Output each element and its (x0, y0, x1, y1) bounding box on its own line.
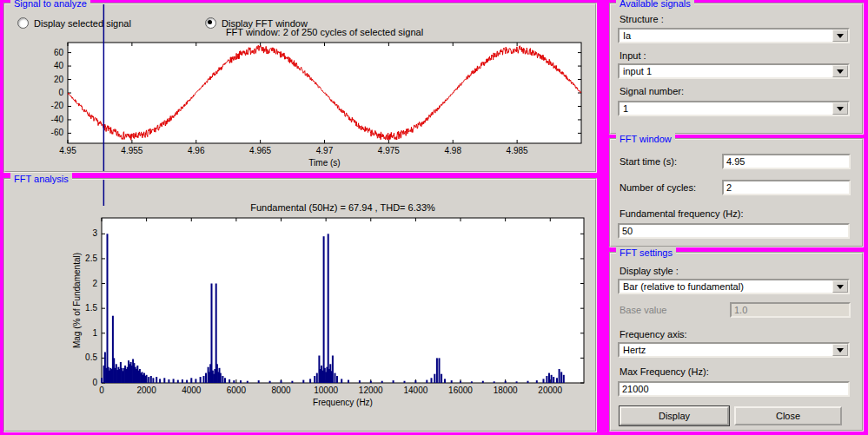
input-label: Input : (620, 50, 646, 61)
svg-text:4.96: 4.96 (188, 146, 205, 155)
radio-display-selected-signal-label: Display selected signal (34, 18, 131, 29)
structure-label: Structure : (620, 14, 664, 24)
signal-to-analyze-panel: Signal to analyze 4.954.9554.964.9654.97… (3, 3, 597, 173)
fft-chart: 0200040006000800010000120001400016000180… (5, 180, 595, 431)
radio-display-fft-window-label: Display FFT window (222, 18, 308, 29)
signal-chart: 4.954.9554.964.9654.974.9754.984.985-60-… (5, 4, 595, 171)
signal-number-select[interactable]: 1 (618, 101, 850, 116)
fft-window-title: FFT window (616, 133, 675, 145)
input-select-value: input 1 (620, 65, 832, 77)
radio-display-selected-signal[interactable]: Display selected signal (17, 17, 131, 29)
chevron-down-icon[interactable] (832, 344, 848, 356)
down-triangle-icon (837, 348, 844, 356)
svg-text:Frequency (Hz): Frequency (Hz) (313, 398, 373, 407)
svg-text:1.5: 1.5 (85, 303, 97, 313)
fft-settings-title: FFT settings (616, 247, 676, 259)
display-style-label: Display style : (620, 266, 679, 276)
svg-text:-40: -40 (51, 115, 64, 124)
fft-settings-panel: FFT settings Display style : Bar (relati… (609, 252, 864, 432)
svg-text:4.97: 4.97 (316, 146, 334, 155)
svg-text:Fundamental (50Hz) = 67.94 , T: Fundamental (50Hz) = 67.94 , THD= 6.33% (250, 202, 435, 213)
svg-text:14000: 14000 (403, 386, 427, 395)
base-value-label: Base value (620, 305, 666, 315)
svg-text:4.955: 4.955 (121, 146, 142, 155)
structure-select-value: Ia (620, 30, 832, 42)
svg-text:18000: 18000 (494, 386, 518, 395)
number-of-cycles-label: Number of cycles: (620, 182, 696, 193)
svg-text:16000: 16000 (448, 386, 473, 395)
svg-text:8000: 8000 (271, 386, 291, 395)
svg-text:20000: 20000 (538, 386, 562, 395)
svg-text:4.95: 4.95 (59, 146, 76, 155)
svg-text:0: 0 (99, 386, 104, 395)
frequency-axis-label: Frequency axis: (620, 329, 687, 339)
svg-text:3: 3 (92, 228, 97, 238)
fundamental-frequency-label: Fundamental frequency (Hz): (620, 208, 743, 219)
max-frequency-input[interactable] (618, 381, 850, 397)
down-triangle-icon (837, 107, 844, 115)
down-triangle-icon (837, 285, 844, 293)
fft-panel-title: FFT analysis (10, 173, 72, 185)
close-button[interactable]: Close (734, 406, 842, 425)
fft-window-panel: FFT window Start time (s): Number of cyc… (609, 138, 864, 247)
svg-text:4.985: 4.985 (507, 146, 528, 155)
chevron-down-icon[interactable] (832, 280, 848, 293)
display-button[interactable]: Display (620, 406, 729, 425)
svg-text:-60: -60 (51, 128, 64, 137)
svg-text:4000: 4000 (182, 386, 202, 395)
svg-text:10000: 10000 (314, 386, 338, 395)
frequency-axis-select-value: Hertz (620, 344, 832, 356)
chevron-down-icon[interactable] (832, 65, 848, 77)
chevron-down-icon[interactable] (832, 102, 848, 115)
svg-text:2.5: 2.5 (85, 254, 97, 263)
svg-text:40: 40 (54, 61, 64, 70)
svg-text:0.5: 0.5 (85, 353, 97, 362)
svg-text:12000: 12000 (359, 386, 383, 395)
svg-text:2000: 2000 (137, 386, 157, 395)
display-style-select-value: Bar (relative to fundamental) (620, 280, 832, 293)
svg-text:4.98: 4.98 (445, 146, 462, 155)
svg-text:2: 2 (92, 279, 97, 288)
down-triangle-icon (837, 34, 844, 42)
structure-select[interactable]: Ia (618, 28, 850, 43)
svg-text:-20: -20 (51, 101, 64, 110)
base-value-input (730, 302, 851, 318)
start-time-label: Start time (s): (620, 156, 677, 167)
svg-text:0: 0 (92, 378, 97, 387)
signal-number-label: Signal number: (620, 86, 684, 96)
signal-panel-title: Signal to analyze (10, 0, 90, 10)
svg-text:0: 0 (58, 88, 63, 97)
number-of-cycles-input[interactable] (722, 180, 851, 195)
fundamental-frequency-input[interactable] (618, 223, 850, 239)
svg-text:4.965: 4.965 (249, 146, 271, 155)
available-signals-panel: Available signals Structure : Ia Input :… (609, 3, 864, 135)
chevron-down-icon[interactable] (832, 30, 848, 42)
fft-analysis-panel: FFT analysis 020004000600080001000012000… (3, 178, 597, 432)
available-signals-title: Available signals (616, 0, 694, 10)
svg-text:20: 20 (54, 75, 64, 84)
fft-analysis-tool-window: Signal to analyze 4.954.9554.964.9654.97… (0, 0, 868, 435)
svg-text:Time (s): Time (s) (308, 158, 340, 168)
radio-unchecked-icon (17, 17, 29, 29)
radio-checked-icon (205, 17, 216, 29)
svg-text:60: 60 (54, 48, 64, 57)
start-time-input[interactable] (722, 154, 851, 169)
svg-text:1: 1 (92, 328, 97, 338)
display-style-select[interactable]: Bar (relative to fundamental) (618, 279, 850, 294)
radio-display-fft-window[interactable]: Display FFT window (205, 17, 308, 29)
input-select[interactable]: input 1 (618, 63, 850, 79)
max-frequency-label: Max Frequency (Hz): (620, 366, 709, 377)
svg-text:Mag (% of Fundamental): Mag (% of Fundamental) (72, 253, 82, 348)
svg-text:6000: 6000 (227, 386, 247, 395)
frequency-axis-select[interactable]: Hertz (618, 342, 850, 358)
svg-text:4.975: 4.975 (378, 146, 400, 155)
down-triangle-icon (837, 69, 844, 77)
signal-number-select-value: 1 (620, 102, 832, 115)
